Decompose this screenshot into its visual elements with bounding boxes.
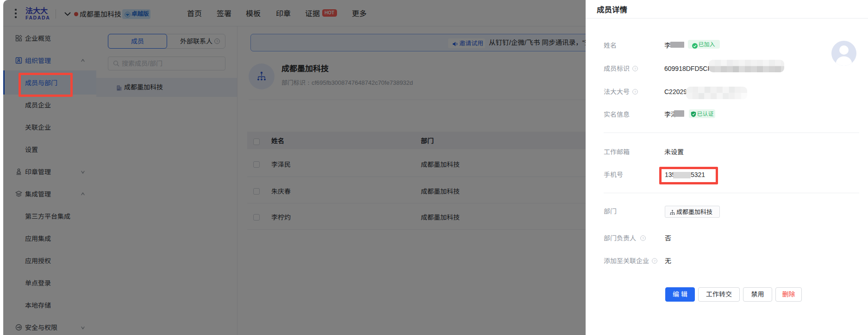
svg-text:?: ? <box>634 90 637 94</box>
svg-text:?: ? <box>642 236 644 240</box>
svg-text:?: ? <box>634 66 637 70</box>
svg-text:?: ? <box>654 259 656 263</box>
